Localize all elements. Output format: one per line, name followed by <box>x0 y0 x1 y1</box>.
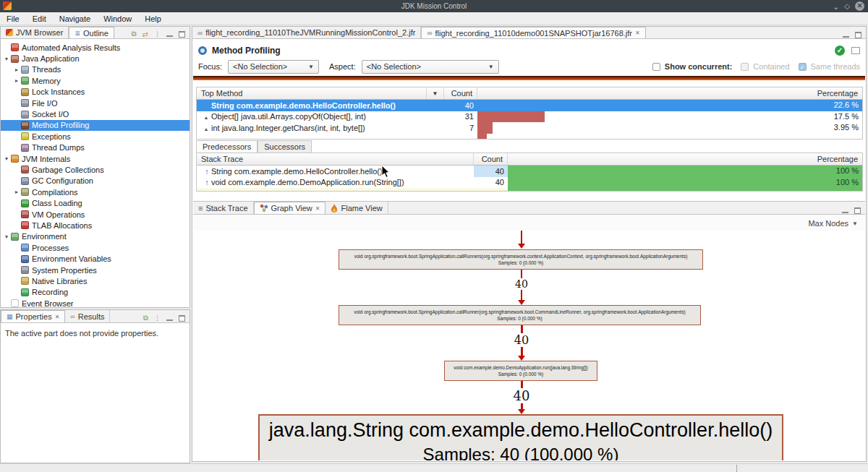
tree-item-label: Memory <box>32 77 61 85</box>
window-close-icon[interactable]: ✕ <box>855 1 864 11</box>
stack-trace-table: Stack Trace Count Percentage ↑String com… <box>196 153 863 192</box>
sidebar-tree-item[interactable]: Event Browser <box>1 298 190 307</box>
sidebar-tree-item[interactable]: TLAB Allocations <box>1 220 190 231</box>
minimize-icon[interactable] <box>166 31 173 38</box>
graph-node-callrunners[interactable]: void org.springframework.boot.SpringAppl… <box>339 249 703 270</box>
graph-node-demoapplication-run[interactable]: void com.example.demo.DemoApplication.ru… <box>444 361 597 381</box>
minimize-icon[interactable] <box>843 32 849 38</box>
maximize-icon[interactable] <box>179 315 185 322</box>
tab-predecessors[interactable]: Predecessors <box>196 140 258 153</box>
sidebar-tree-item[interactable]: VM Operations <box>1 209 190 220</box>
max-nodes-dropdown[interactable]: Max Nodes ▼ <box>808 219 858 228</box>
view-menu-icon[interactable]: ⋮ <box>154 30 161 38</box>
tree-expander-icon[interactable]: ▸ <box>12 77 21 84</box>
graph-node-hellocontroller-hello[interactable]: java.lang.String com.example.demo.HelloC… <box>258 414 783 460</box>
menu-navigate[interactable]: Navigate <box>53 14 97 23</box>
expand-icon[interactable]: ▲ <box>201 126 211 132</box>
show-concurrent-checkbox[interactable] <box>652 63 660 71</box>
menu-file[interactable]: File <box>0 14 26 23</box>
tab-graph-view[interactable]: Graph View ✕ <box>254 202 326 214</box>
aspect-dropdown[interactable]: <No Selection> ▼ <box>362 60 499 74</box>
window-menu-chevron-icon[interactable]: ⌄ <box>833 3 839 10</box>
column-count[interactable]: Count <box>474 153 508 165</box>
column-stack-trace[interactable]: Stack Trace <box>197 153 474 165</box>
maximize-icon[interactable] <box>855 32 861 38</box>
sidebar-tree-item[interactable]: Thread Dumps <box>1 142 190 153</box>
tree-expander-icon[interactable]: ▾ <box>2 233 11 240</box>
table-row[interactable]: ↑void com.example.demo.DemoApplication.r… <box>197 177 862 189</box>
tree-expander-icon[interactable]: ▸ <box>12 66 21 73</box>
close-icon[interactable]: ✕ <box>635 30 640 36</box>
minimize-icon[interactable] <box>166 315 173 322</box>
sidebar-tree-item[interactable]: Socket I/O <box>1 108 190 119</box>
graph-edge-arrow-icon <box>518 356 525 361</box>
tab-results[interactable]: ∞ Results <box>65 310 110 322</box>
sidebar-tree-item[interactable]: Processes <box>1 242 190 253</box>
column-percentage[interactable]: Percentage <box>508 153 862 165</box>
table-row[interactable]: ↑String com.example.demo.HelloController… <box>197 166 862 177</box>
close-icon[interactable]: ✕ <box>55 314 60 320</box>
menu-edit[interactable]: Edit <box>26 14 53 23</box>
window-restore-icon[interactable]: ◇ <box>844 2 850 10</box>
table-settings-icon[interactable] <box>851 47 860 54</box>
graph-node-callrunner[interactable]: void org.springframework.boot.SpringAppl… <box>339 305 701 325</box>
focus-dropdown[interactable]: <No Selection> ▼ <box>228 60 319 74</box>
tab-flame-view[interactable]: Flame View <box>326 202 388 214</box>
sidebar-tree-item[interactable]: Automated Analysis Results <box>1 42 190 53</box>
page-title: Method Profiling <box>212 46 281 56</box>
table-row[interactable]: ▲int java.lang.Integer.getChars(int, int… <box>197 122 862 134</box>
tree-expander-icon[interactable]: ▾ <box>2 56 11 62</box>
tab-jvm-browser[interactable]: JVM Browser <box>1 27 69 38</box>
sort-indicator-icon[interactable]: ▼ <box>427 87 444 99</box>
recording-timeline-strip[interactable] <box>193 76 865 80</box>
tab-properties[interactable]: ▦ Properties ✕ <box>1 310 65 322</box>
sidebar-tree-item[interactable]: Environment Variables <box>1 253 190 264</box>
sidebar-tree-item[interactable]: ▾ JVM Internals <box>1 153 190 164</box>
tab-flight-recording-2[interactable]: ∞ flight_recording_11010demo001SNAPSHOTj… <box>421 27 645 38</box>
sidebar-tree-item[interactable]: Lock Instances <box>1 87 190 98</box>
tab-stack-trace[interactable]: ≡ Stack Trace <box>193 202 254 214</box>
sidebar-tree-item[interactable]: Method Profiling <box>1 120 190 131</box>
maximize-icon[interactable] <box>179 31 185 38</box>
sidebar-tree-item[interactable]: ▾ Environment <box>1 231 190 242</box>
contained-checkbox[interactable] <box>741 63 749 71</box>
menu-bar: File Edit Navigate Window Help <box>0 12 868 25</box>
sidebar-tree-item[interactable]: GC Configuration <box>1 176 190 186</box>
analysis-ok-icon[interactable]: ✓ <box>835 46 845 56</box>
link-with-editor-icon[interactable]: ⇄ <box>142 30 148 38</box>
tree-expander-icon[interactable]: ▾ <box>2 155 11 162</box>
sidebar-tree-item[interactable]: Garbage Collections <box>1 164 190 175</box>
tab-outline[interactable]: ≣ Outline <box>69 27 114 38</box>
column-count[interactable]: Count <box>444 87 477 99</box>
sidebar-tree-item[interactable]: ▾ Java Application <box>1 53 190 64</box>
sidebar-tree-item[interactable]: ▸ Threads <box>1 64 190 75</box>
open-new-view-icon[interactable]: ⧉ <box>143 314 148 322</box>
collapse-all-icon[interactable]: ⧉ <box>131 30 136 38</box>
column-percentage[interactable]: Percentage <box>477 87 862 99</box>
minimize-icon[interactable] <box>842 207 848 214</box>
sidebar-tree-item[interactable]: Recording <box>1 287 190 298</box>
graph-canvas[interactable]: void org.springframework.boot.SpringAppl… <box>193 231 865 460</box>
maximize-icon[interactable] <box>854 207 861 214</box>
sidebar-tree-item[interactable]: File I/O <box>1 98 190 108</box>
up-arrow-icon: ↑ <box>203 167 211 176</box>
sidebar-tree-item[interactable]: ▸ Memory <box>1 75 190 86</box>
tab-successors[interactable]: Successors <box>258 140 312 153</box>
view-menu-icon[interactable]: ⋮ <box>154 314 161 322</box>
menu-window[interactable]: Window <box>97 14 138 23</box>
close-icon[interactable]: ✕ <box>315 205 320 212</box>
table-row[interactable]: String com.example.demo.HelloController.… <box>197 100 862 111</box>
sidebar-tree-item[interactable]: Native Libraries <box>1 275 190 286</box>
same-threads-checkbox[interactable]: ✓ <box>799 63 807 71</box>
expand-icon[interactable]: ▲ <box>201 115 211 120</box>
table-row[interactable]: ▲Object[] java.util.Arrays.copyOf(Object… <box>197 111 862 123</box>
menu-help[interactable]: Help <box>138 14 168 23</box>
sidebar-tree-item[interactable]: System Properties <box>1 265 190 275</box>
tab-flight-recording-1[interactable]: ∞ flight_recording_11010TheJVMRunningMis… <box>192 27 421 38</box>
sidebar-tree-item[interactable]: Exceptions <box>1 131 190 142</box>
tree-expander-icon[interactable]: ▸ <box>12 189 21 195</box>
sidebar-tree-item[interactable]: Class Loading <box>1 197 190 208</box>
sidebar-tree-item[interactable]: ▸ Compilations <box>1 186 190 197</box>
tlab-allocations-icon <box>21 221 29 229</box>
column-top-method[interactable]: Top Method <box>197 87 427 99</box>
